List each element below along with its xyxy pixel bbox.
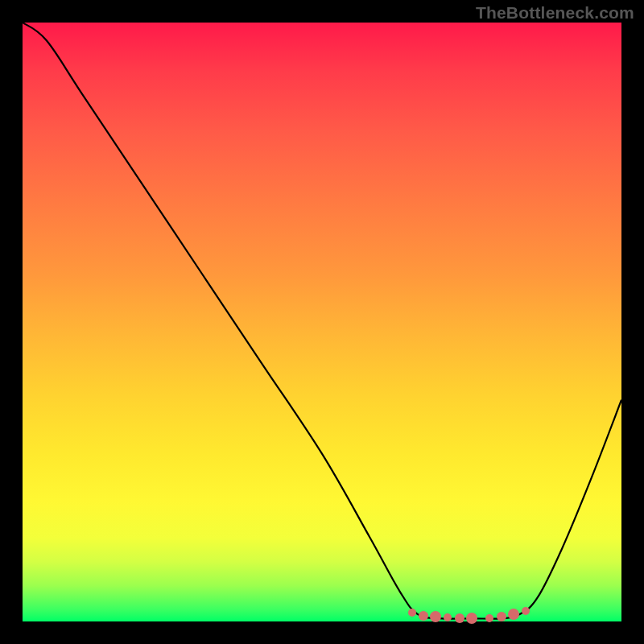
bottleneck-curve — [23, 23, 621, 619]
plot-area — [23, 23, 621, 621]
curve-svg — [23, 23, 621, 621]
marker-dot — [522, 607, 530, 615]
marker-dot — [408, 609, 416, 617]
marker-dot — [485, 614, 493, 622]
chart-frame: TheBottleneck.com — [0, 0, 644, 644]
marker-dot — [444, 613, 452, 621]
attribution-text: TheBottleneck.com — [476, 3, 634, 23]
marker-dot — [466, 613, 477, 624]
marker-dot — [419, 611, 428, 621]
marker-dot — [455, 613, 464, 623]
